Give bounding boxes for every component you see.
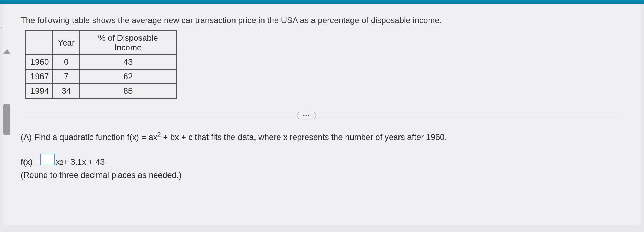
app-top-bar xyxy=(0,0,644,4)
scroll-up-icon[interactable] xyxy=(3,49,10,54)
more-ellipsis-button[interactable]: ••• xyxy=(297,112,316,119)
header-year: Year xyxy=(52,31,80,55)
row-year: 7 xyxy=(52,69,80,84)
row-label: 1967 xyxy=(25,69,52,84)
row-income: 85 xyxy=(80,84,176,98)
header-income: % of Disposable Income xyxy=(80,31,176,55)
question-tail: + bx + c that fits the data, where x rep… xyxy=(161,132,447,142)
row-year: 0 xyxy=(52,55,80,69)
exponent-2: 2 xyxy=(60,159,63,167)
rounding-note: (Round to three decimal places as needed… xyxy=(21,170,623,180)
back-arrow-icon[interactable]: ← xyxy=(0,21,4,32)
data-table: Year % of Disposable Income 1960 0 43 19… xyxy=(25,30,177,99)
table-header-row: Year % of Disposable Income xyxy=(25,31,176,55)
divider-line xyxy=(21,116,623,116)
intro-text: The following table shows the average ne… xyxy=(21,14,623,26)
table-row: 1994 34 85 xyxy=(25,84,176,98)
table-row: 1967 7 62 xyxy=(25,69,176,84)
scrollbar-thumb[interactable] xyxy=(3,104,10,135)
equation-rest: + 3.1x + 43 xyxy=(63,157,105,167)
row-income: 43 xyxy=(80,55,176,69)
question-part-a: (A) Find a quadratic function f(x) = ax2… xyxy=(21,130,623,143)
equation-x: x xyxy=(56,157,60,167)
row-label: 1960 xyxy=(25,55,52,69)
section-divider: ••• xyxy=(21,116,623,117)
table-row: 1960 0 43 xyxy=(25,55,176,69)
equation-lhs: f(x) = xyxy=(21,157,40,167)
question-lead: (A) Find a quadratic function f(x) = ax xyxy=(21,132,157,142)
row-year: 34 xyxy=(52,84,80,98)
exponent-2: 2 xyxy=(157,131,161,138)
question-panel: ← The following table shows the average … xyxy=(3,4,641,225)
header-blank xyxy=(25,31,52,55)
row-label: 1994 xyxy=(25,84,52,98)
row-income: 62 xyxy=(80,69,176,84)
answer-equation: f(x) = x2 + 3.1x + 43 xyxy=(21,153,623,167)
answer-input-a[interactable] xyxy=(40,154,55,165)
